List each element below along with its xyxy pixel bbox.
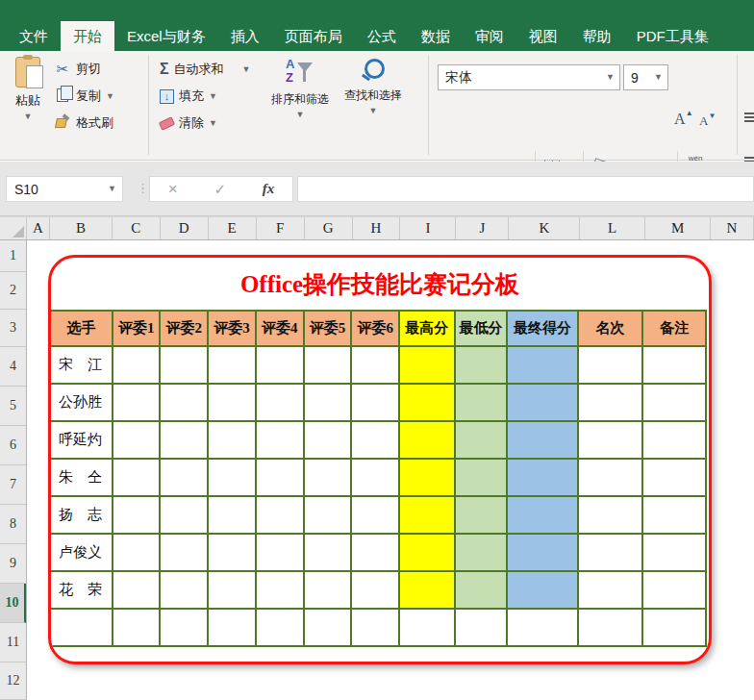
score-cell[interactable] [113,421,161,459]
score-cell[interactable] [642,571,706,609]
score-cell[interactable] [256,459,304,496]
score-cell[interactable] [578,609,643,646]
score-cell[interactable] [256,496,304,534]
ribbon-tab-9[interactable]: 帮助 [570,21,624,51]
ribbon-tab-7[interactable]: 审阅 [463,21,516,51]
row-header-6[interactable]: 6 [0,426,26,465]
score-cell[interactable] [208,459,256,496]
score-cell[interactable] [304,496,352,534]
ribbon-tab-home[interactable]: 开始 [61,21,114,51]
score-cell[interactable] [304,459,352,496]
score-cell[interactable] [256,609,304,646]
increase-font-size-button[interactable]: A▲ [674,111,686,128]
score-cell[interactable] [642,421,706,459]
autosum-button[interactable]: Σ 自动求和 ▼ [160,59,251,80]
score-cell[interactable] [455,346,508,384]
column-header-A[interactable]: A [27,217,50,239]
column-header-M[interactable]: M [645,217,711,239]
score-cell[interactable] [578,459,643,496]
row-header-8[interactable]: 8 [0,505,26,544]
decrease-font-size-button[interactable]: A▼ [699,113,708,129]
score-cell[interactable] [113,346,161,384]
score-cell[interactable] [399,346,455,384]
column-header-H[interactable]: H [353,217,401,239]
score-cell[interactable] [304,571,352,609]
score-cell[interactable] [256,421,304,459]
score-cell[interactable] [642,609,706,646]
format-painter-button[interactable]: 格式刷 [54,112,113,134]
chevron-down-icon[interactable]: ▼ [108,185,122,193]
score-cell[interactable] [455,384,508,421]
name-box[interactable]: S10 ▼ [6,176,123,202]
scoreboard-header-cell[interactable]: 评委4 [256,311,304,346]
row-header-1[interactable]: 1 [0,240,26,272]
score-cell[interactable] [578,421,643,459]
score-cell[interactable] [507,384,578,421]
score-cell[interactable] [50,609,113,646]
find-select-button[interactable]: 查找和选择 ▼ [339,57,408,172]
score-cell[interactable] [642,346,706,384]
row-header-3[interactable]: 3 [0,310,26,347]
cut-button[interactable]: ✂ 剪切 [54,59,101,80]
row-header-10[interactable]: 10 [0,584,26,623]
column-header-J[interactable]: J [456,217,509,239]
font-size-combobox[interactable]: 9 ▼ [623,64,668,90]
chevron-down-icon[interactable]: ▼ [296,111,305,119]
score-cell[interactable] [399,496,455,534]
scoreboard-header-cell[interactable]: 最低分 [455,311,508,346]
score-cell[interactable] [304,384,352,421]
select-all-corner[interactable] [0,217,27,239]
score-cell[interactable] [208,534,256,571]
score-cell[interactable] [399,421,455,459]
copy-button[interactable]: 复制 ▼ [54,86,114,107]
score-cell[interactable] [455,534,508,571]
score-cell[interactable] [578,346,643,384]
player-name-cell[interactable]: 公孙胜 [50,384,113,421]
player-name-cell[interactable]: 扬 志 [50,496,113,534]
enter-icon[interactable]: ✓ [214,181,226,198]
score-cell[interactable] [256,384,304,421]
scoreboard-header-cell[interactable]: 评委3 [208,311,256,346]
score-cell[interactable] [399,459,455,496]
column-header-I[interactable]: I [400,217,456,239]
score-cell[interactable] [399,571,455,609]
row-header-7[interactable]: 7 [0,465,26,505]
score-cell[interactable] [256,346,304,384]
scoreboard-header-cell[interactable]: 最高分 [399,311,455,346]
score-cell[interactable] [351,609,399,646]
score-cell[interactable] [256,571,304,609]
row-header-2[interactable]: 2 [0,272,26,310]
score-cell[interactable] [351,534,399,571]
score-cell[interactable] [208,571,256,609]
chevron-down-icon[interactable]: ▼ [106,92,114,101]
chevron-down-icon[interactable]: ▼ [606,73,619,82]
score-cell[interactable] [160,496,208,534]
score-cell[interactable] [507,459,578,496]
score-cell[interactable] [642,384,706,421]
chevron-down-icon[interactable]: ▼ [654,73,667,82]
ribbon-tab-6[interactable]: 数据 [409,21,463,51]
player-name-cell[interactable]: 卢俊义 [50,534,113,571]
scoreboard-header-cell[interactable]: 备注 [642,311,706,346]
score-cell[interactable] [113,496,161,534]
score-cell[interactable] [399,384,455,421]
column-header-B[interactable]: B [50,217,113,239]
score-cell[interactable] [304,609,352,646]
score-cell[interactable] [507,571,578,609]
player-name-cell[interactable]: 朱 仝 [50,459,113,496]
score-cell[interactable] [113,609,161,646]
score-cell[interactable] [642,459,706,496]
paste-button[interactable]: 粘贴 ▼ [8,57,48,141]
score-cell[interactable] [578,534,643,571]
font-name-combobox[interactable]: 宋体 ▼ [438,64,620,90]
column-header-L[interactable]: L [580,217,645,239]
score-cell[interactable] [507,496,578,534]
scoreboard-header-cell[interactable]: 名次 [578,311,643,346]
score-cell[interactable] [208,384,256,421]
scoreboard-header-cell[interactable]: 评委5 [304,311,352,346]
align-top-icon[interactable] [744,112,754,124]
score-cell[interactable] [351,384,399,421]
score-cell[interactable] [351,421,399,459]
score-cell[interactable] [399,609,455,646]
chevron-down-icon[interactable]: ▼ [24,112,33,121]
